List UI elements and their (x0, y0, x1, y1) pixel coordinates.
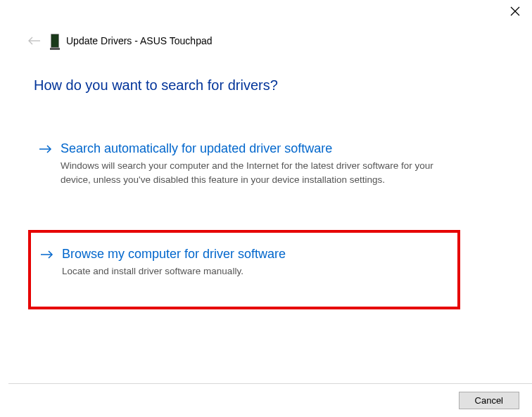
option-browse-computer[interactable]: Browse my computer for driver software L… (35, 240, 453, 286)
option-search-automatically[interactable]: Search automatically for updated driver … (34, 134, 498, 195)
arrow-right-icon (41, 248, 53, 263)
close-icon (510, 6, 520, 19)
highlight-annotation: Browse my computer for driver software L… (28, 230, 460, 309)
page-heading: How do you want to search for drivers? (34, 77, 498, 94)
device-icon (51, 34, 59, 48)
arrow-right-icon (39, 142, 52, 158)
close-button[interactable] (504, 3, 526, 23)
cancel-button[interactable]: Cancel (459, 392, 519, 409)
footer-bar: Cancel (8, 383, 532, 417)
option-description: Locate and install driver software manua… (62, 264, 442, 278)
option-title: Search automatically for updated driver … (61, 141, 493, 156)
title-row: Update Drivers - ASUS Touchpad (51, 34, 213, 48)
option-title: Browse my computer for driver software (62, 247, 448, 262)
option-description: Windows will search your computer and th… (61, 159, 441, 188)
option-body: Browse my computer for driver software L… (62, 247, 448, 278)
option-body: Search automatically for updated driver … (61, 141, 493, 188)
content-area: How do you want to search for drivers? S… (34, 77, 498, 309)
window-header: Update Drivers - ASUS Touchpad (28, 34, 213, 48)
window-title: Update Drivers - ASUS Touchpad (66, 35, 213, 46)
back-arrow-icon[interactable] (28, 34, 41, 47)
